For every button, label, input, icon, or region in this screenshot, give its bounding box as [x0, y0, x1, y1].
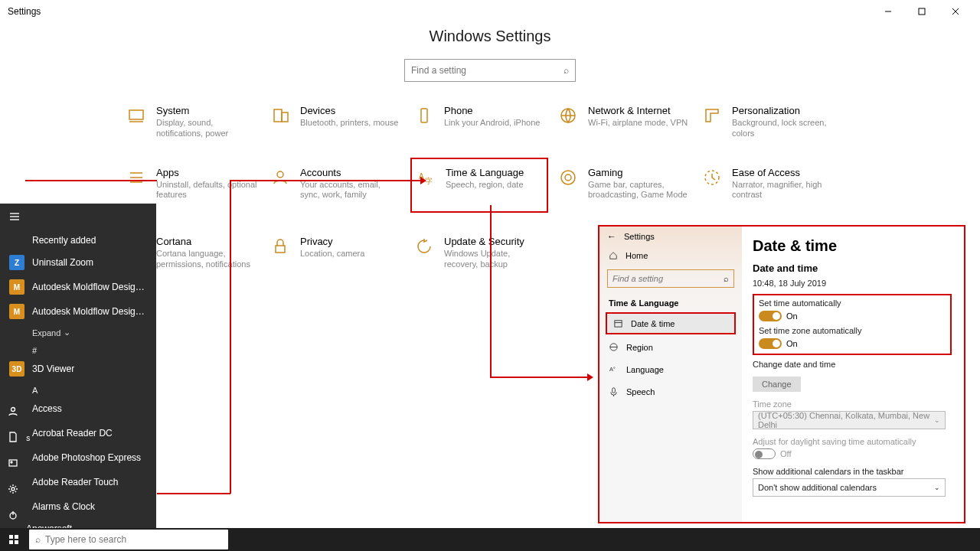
section-title: Date and time — [753, 262, 952, 274]
mini-nav: ← Settings Home ⌕ Time & Language Date &… — [599, 227, 742, 522]
main-heading: Date & time — [753, 237, 952, 255]
tile-time-language[interactable]: A字 Time & LanguageSpeech, region, date — [410, 158, 548, 214]
apps-icon — [126, 167, 147, 188]
svg-point-27 — [11, 461, 12, 463]
annotation-highlight: Set time automatically On Set time zone … — [753, 294, 952, 355]
annotation-arrow — [490, 377, 591, 378]
start-app[interactable]: MAutodesk Moldflow Design Configur... — [0, 299, 156, 324]
select-value: (UTC+05:30) Chennai, Kolkata, Mumbai, Ne… — [758, 411, 934, 429]
additional-calendars-select[interactable]: Don't show additional calendars⌄ — [753, 478, 946, 497]
tile-accounts[interactable]: AccountsYour accounts, email, sync, work… — [266, 162, 404, 214]
annotation-line — [230, 180, 231, 494]
power-icon[interactable] — [0, 502, 26, 528]
svg-point-17 — [561, 171, 575, 184]
tile-title: Cortana — [156, 236, 257, 247]
tile-sub: Link your Android, iPhone — [444, 118, 540, 129]
expand-button[interactable]: Expand⌄ — [0, 324, 156, 341]
home-link[interactable]: Home — [599, 245, 742, 266]
taskbar: ⌕ Type here to search — [0, 528, 980, 551]
change-button[interactable]: Change — [753, 377, 801, 392]
tile-privacy[interactable]: PrivacyLocation, camera — [266, 231, 404, 275]
globe-icon — [609, 342, 619, 352]
tile-title: Gaming — [588, 167, 689, 178]
system-icon — [126, 105, 147, 126]
toggle-state: Off — [780, 449, 791, 458]
tile-personalization[interactable]: PersonalizationBackground, lock screen, … — [698, 100, 836, 144]
start-app[interactable]: 3D3D Viewer — [0, 357, 156, 381]
nav-language[interactable]: A° Language — [599, 358, 742, 380]
toggle-switch — [753, 448, 776, 459]
tile-sub: Location, camera — [300, 249, 364, 259]
minimize-button[interactable] — [871, 0, 905, 23]
dst-toggle: Off — [753, 448, 952, 459]
tile-title: Devices — [300, 105, 398, 116]
tile-sub: Game bar, captures, broadcasting, Game M… — [588, 180, 689, 201]
tile-phone[interactable]: PhoneLink your Android, iPhone — [410, 100, 548, 144]
tile-update-security[interactable]: Update & SecurityWindows Update, recover… — [410, 231, 548, 275]
documents-icon[interactable] — [0, 424, 26, 450]
taskbar-search[interactable]: ⌕ Type here to search — [29, 530, 228, 549]
home-label: Home — [626, 251, 648, 260]
tile-devices[interactable]: DevicesBluetooth, printers, mouse — [266, 100, 404, 144]
tile-sub: Display, sound, notifications, power — [156, 118, 257, 139]
calendar-icon — [613, 318, 623, 328]
user-icon[interactable] — [0, 398, 26, 424]
settings-search[interactable]: ⌕ — [404, 59, 576, 82]
back-button[interactable]: ← — [607, 231, 616, 242]
pictures-icon[interactable] — [0, 450, 26, 476]
annotation-line — [490, 205, 492, 377]
mini-main: Date & time Date and time 10:48, 18 July… — [742, 227, 964, 522]
tile-sub: Bluetooth, printers, mouse — [300, 118, 398, 129]
svg-rect-21 — [276, 246, 285, 253]
tile-sub: Wi-Fi, airplane mode, VPN — [588, 118, 688, 129]
taskbar-search-placeholder: Type here to search — [45, 534, 126, 545]
start-app[interactable]: MAutodesk Moldflow Design 2019 — [0, 275, 156, 299]
tile-system[interactable]: SystemDisplay, sound, notifications, pow… — [122, 100, 260, 144]
svg-rect-34 — [15, 540, 18, 544]
timezone-select: (UTC+05:30) Chennai, Kolkata, Mumbai, Ne… — [753, 411, 946, 429]
phone-icon — [413, 105, 435, 126]
mic-icon — [609, 386, 619, 396]
gaming-icon — [557, 167, 579, 188]
start-app[interactable]: ZUninstall Zoom — [0, 250, 156, 275]
nav-speech[interactable]: Speech — [599, 380, 742, 403]
tile-title: Privacy — [300, 236, 364, 247]
toggle-switch — [759, 338, 782, 349]
start-menu: Recently added ZUninstall Zoom MAutodesk… — [0, 204, 156, 528]
settings-icon[interactable] — [0, 476, 26, 502]
mini-titlebar: ← Settings — [599, 227, 742, 245]
select-value: Don't show additional calendars — [758, 483, 877, 492]
nav-region[interactable]: Region — [599, 336, 742, 358]
recent-label: Recently added — [0, 232, 156, 250]
ease-icon — [701, 167, 723, 188]
letter-header[interactable]: # — [0, 341, 156, 357]
tile-title: Phone — [444, 105, 540, 116]
tile-sub: Your accounts, email, sync, work, family — [300, 180, 401, 201]
timezone-label: Time zone — [753, 399, 952, 409]
lock-icon — [270, 236, 291, 257]
settings-search-input[interactable] — [411, 65, 564, 76]
mini-search-input[interactable] — [612, 274, 724, 283]
nav-date-time[interactable]: Date & time — [606, 312, 736, 334]
tile-network[interactable]: Network & InternetWi-Fi, airplane mode, … — [554, 100, 692, 144]
set-tz-auto-toggle[interactable]: On — [759, 338, 946, 349]
maximize-button[interactable] — [905, 0, 939, 23]
tile-ease-of-access[interactable]: Ease of AccessNarrator, magnifier, high … — [698, 162, 836, 214]
current-time: 10:48, 18 July 2019 — [753, 279, 952, 288]
tile-gaming[interactable]: GamingGame bar, captures, broadcasting, … — [554, 162, 692, 214]
hamburger-icon[interactable] — [0, 204, 156, 232]
tile-sub: Background, lock screen, colors — [732, 118, 833, 139]
mini-search[interactable]: ⌕ — [607, 269, 734, 288]
accounts-icon — [270, 167, 291, 188]
start-button[interactable] — [0, 528, 28, 551]
window-controls — [871, 0, 972, 23]
tile-title: Accounts — [300, 167, 401, 178]
tile-sub: Uninstall, defaults, optional features — [156, 180, 257, 201]
tile-sub: Speech, region, date — [446, 180, 524, 191]
paint-icon — [701, 105, 723, 126]
search-icon: ⌕ — [35, 534, 41, 545]
set-time-auto-toggle[interactable]: On — [759, 311, 946, 321]
dst-label: Adjust for daylight saving time automati… — [753, 437, 952, 446]
letter-header[interactable]: A — [0, 381, 156, 396]
close-button[interactable] — [939, 0, 972, 23]
